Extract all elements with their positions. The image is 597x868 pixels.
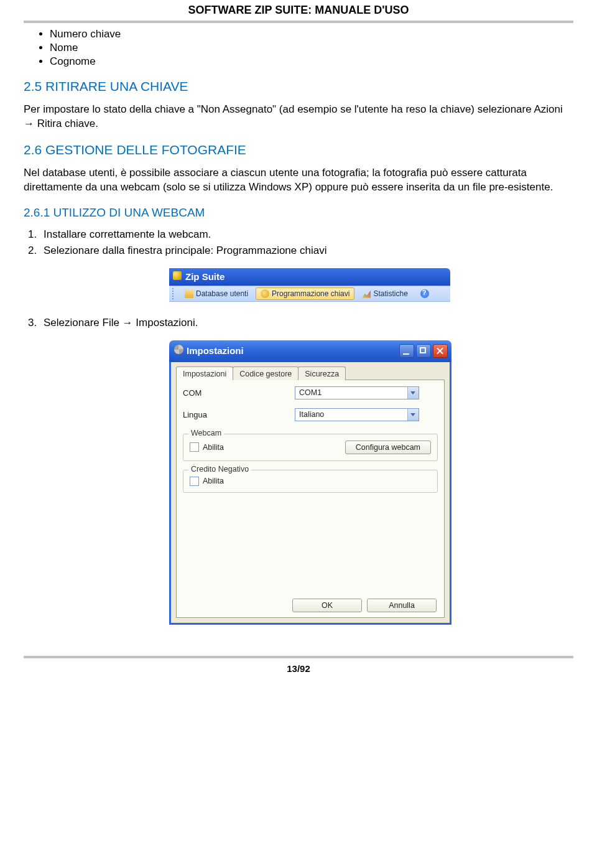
window-title: Zip Suite [185, 271, 224, 282]
tab-codice-gestore[interactable]: Codice gestore [233, 366, 298, 380]
checkbox-box [190, 477, 199, 486]
ordered-steps: Installare correttamente la webcam. Sele… [24, 228, 573, 257]
group-legend: Credito Negativo [188, 465, 251, 474]
list-item: Nome [50, 42, 573, 54]
chevron-down-icon [407, 387, 419, 399]
list-item: Numero chiave [50, 28, 573, 40]
checkbox-abilita-webcam[interactable]: Abilita [190, 442, 224, 452]
tab-sicurezza[interactable]: Sicurezza [298, 366, 346, 380]
toolbar-grip [172, 288, 175, 299]
tab-panel: COM COM1 Lingua Italiano Webcam [176, 380, 445, 618]
group-credito-negativo: Credito Negativo Abilita [183, 470, 438, 493]
chart-icon [362, 289, 371, 298]
cancel-button[interactable]: Annulla [367, 599, 437, 612]
dialog-body: Impostazioni Codice gestore Sicurezza CO… [169, 362, 451, 625]
heading-2-6-1: 2.6.1 UTILIZZO DI UNA WEBCAM [24, 206, 573, 220]
toolbar-strip: Database utenti Programmazione chiavi St… [169, 286, 450, 302]
keys-icon [261, 289, 269, 298]
step-item: Selezionare dalla finestra principale: P… [40, 245, 573, 257]
screenshot-settings-dialog: Impostazioni Impostazioni Codice gestore… [169, 340, 451, 625]
maximize-button[interactable] [416, 344, 431, 358]
minimize-button[interactable] [399, 344, 414, 358]
select-value: COM1 [295, 388, 407, 397]
label-com: COM [183, 388, 295, 398]
select-lingua[interactable]: Italiano [295, 408, 419, 421]
doc-header: SOFTWARE ZIP SUITE: MANUALE D'USO [24, 0, 573, 18]
screenshot-toolbar: Zip Suite Database utenti Programmazione… [169, 268, 450, 302]
ordered-steps-continued: Selezionare File → Impostazioni. [24, 317, 573, 329]
help-icon [420, 289, 429, 298]
dialog-tabs: Impostazioni Codice gestore Sicurezza [176, 366, 445, 380]
toolbar-btn-label: Programmazione chiavi [272, 289, 349, 298]
window-titlebar: Zip Suite [169, 268, 450, 286]
folder-icon [185, 289, 193, 298]
close-button[interactable] [433, 344, 448, 358]
toolbar-btn-statistiche[interactable]: Statistiche [357, 287, 412, 300]
select-value: Italiano [295, 410, 407, 419]
toolbar-btn-label: Database utenti [196, 289, 248, 298]
toolbar-btn-label: Statistiche [373, 289, 407, 298]
label-lingua: Lingua [183, 410, 295, 419]
step-item: Installare correttamente la webcam. [40, 228, 573, 241]
toolbar-btn-help[interactable] [415, 287, 434, 300]
button-configura-webcam[interactable]: Configura webcam [345, 441, 431, 454]
heading-2-5: 2.5 RITIRARE UNA CHIAVE [24, 79, 573, 94]
page-number: 13/92 [24, 658, 573, 683]
checkbox-abilita-credito[interactable]: Abilita [190, 477, 224, 486]
group-webcam: Webcam Abilita Configura webcam [183, 434, 438, 461]
list-item: Cognome [50, 55, 573, 68]
header-rule [24, 21, 573, 23]
heading-2-6: 2.6 GESTIONE DELLE FOTOGRAFIE [24, 142, 573, 157]
dialog-titlebar: Impostazioni [169, 340, 451, 362]
select-com[interactable]: COM1 [295, 386, 419, 399]
checkbox-label: Abilita [203, 477, 224, 485]
tab-impostazioni[interactable]: Impostazioni [176, 366, 233, 380]
checkbox-label: Abilita [203, 443, 224, 452]
dialog-button-row: OK Annulla [183, 592, 438, 614]
toolbar-btn-programmazione[interactable]: Programmazione chiavi [256, 287, 354, 300]
paragraph: Nel database utenti, è possibile associa… [24, 166, 573, 195]
dialog-title: Impostazioni [187, 345, 399, 356]
bullet-list: Numero chiave Nome Cognome [24, 28, 573, 68]
toolbar-btn-database[interactable]: Database utenti [180, 287, 253, 300]
chevron-down-icon [407, 409, 419, 421]
checkbox-box [190, 442, 199, 452]
step-item: Selezionare File → Impostazioni. [40, 317, 573, 329]
ok-button[interactable]: OK [292, 599, 362, 612]
paragraph: Per impostare lo stato della chiave a "N… [24, 103, 573, 131]
group-legend: Webcam [188, 429, 224, 437]
